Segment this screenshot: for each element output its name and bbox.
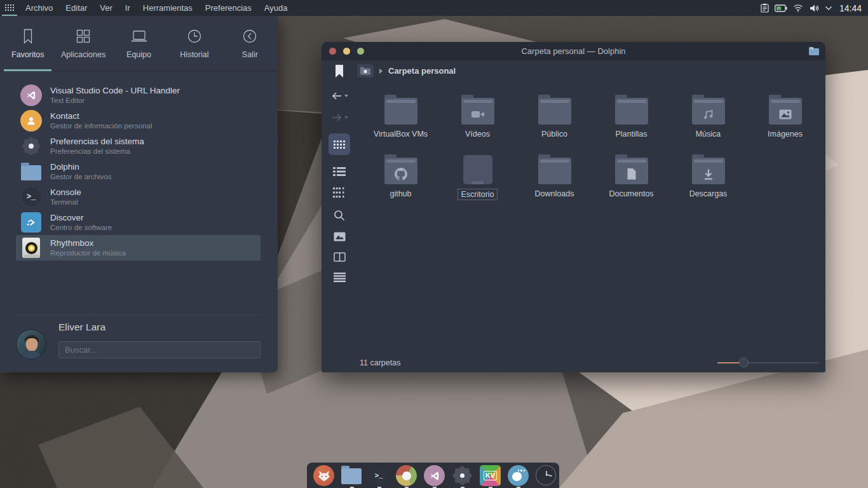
folder-icon xyxy=(769,98,802,125)
dock-clock[interactable] xyxy=(536,465,556,488)
app-description: Gestor de archivos xyxy=(50,172,112,181)
forward-history-caret-icon[interactable] xyxy=(344,116,348,119)
icons-view-button[interactable] xyxy=(329,133,350,155)
folder-label: Imágenes xyxy=(765,129,805,139)
app-item-discover[interactable]: Discover Centro de software xyxy=(16,210,261,235)
app-item-konsole[interactable]: >_ Konsole Terminal xyxy=(16,184,261,210)
folder-musica[interactable]: Música xyxy=(670,88,747,147)
bookmark-icon[interactable] xyxy=(335,65,344,78)
folder-github[interactable]: github xyxy=(362,147,439,207)
folder-icon xyxy=(615,158,648,184)
folder-videos[interactable]: Vídeos xyxy=(439,88,516,147)
folder-label: Música xyxy=(693,129,724,139)
tab-historial[interactable]: Historial xyxy=(166,16,222,71)
menu-preferencias[interactable]: Preferencias xyxy=(199,0,258,16)
user-name: Eliver Lara xyxy=(58,322,105,333)
menu-hamburger-button[interactable] xyxy=(334,273,346,282)
folder-grid: VirtualBox VMs Vídeos Público Plantillas… xyxy=(357,81,822,353)
details-view-button[interactable] xyxy=(333,187,346,198)
dock-kvantum[interactable]: KV xyxy=(480,465,501,488)
menu-ver[interactable]: Ver xyxy=(93,0,119,16)
tab-favoritos[interactable]: Favoritos xyxy=(0,16,55,71)
search-input[interactable] xyxy=(58,341,261,358)
folder-descargas[interactable]: Descargas xyxy=(670,147,747,207)
battery-icon[interactable] xyxy=(775,4,787,12)
bookmark-slot xyxy=(322,65,357,78)
menu-ir[interactable]: Ir xyxy=(119,0,137,16)
folder-icon xyxy=(692,98,725,125)
dock-dolphin[interactable] xyxy=(341,465,362,488)
dock-vscode[interactable] xyxy=(424,465,445,488)
app-item-vscode[interactable]: Visual Studio Code - URL Handler Text Ed… xyxy=(16,83,261,108)
falkon-icon xyxy=(508,465,529,486)
kontact-icon xyxy=(20,110,42,132)
tab-equipo[interactable]: Equipo xyxy=(111,16,166,71)
tab-aplicaciones[interactable]: Aplicaciones xyxy=(55,16,111,71)
forward-button[interactable] xyxy=(331,113,348,122)
list-view-button[interactable] xyxy=(333,166,346,177)
app-launcher-button[interactable] xyxy=(0,0,19,16)
folder-documentos[interactable]: Documentos xyxy=(593,147,670,207)
folder-count-status: 11 carpetas xyxy=(360,358,400,367)
folder-plantillas[interactable]: Plantillas xyxy=(593,88,670,147)
vscode-icon xyxy=(20,85,42,106)
folder-label: Vídeos xyxy=(463,129,492,139)
tab-label: Aplicaciones xyxy=(61,50,105,59)
forward-arrow-icon xyxy=(331,113,342,122)
desktop-icon xyxy=(463,155,492,184)
chromium-icon xyxy=(396,465,417,486)
folder-label: VirtualBox VMs xyxy=(371,129,430,139)
tab-salir[interactable]: Salir xyxy=(222,16,278,71)
volume-icon[interactable] xyxy=(809,4,819,13)
folder-downloads[interactable]: Downloads xyxy=(516,147,593,207)
close-button[interactable] xyxy=(329,48,336,55)
window-titlebar[interactable]: Carpeta personal — Dolphin xyxy=(322,42,825,60)
minimize-button[interactable] xyxy=(343,48,350,55)
user-avatar[interactable] xyxy=(16,329,46,360)
tab-label: Equipo xyxy=(126,50,151,59)
firefox-icon xyxy=(313,465,334,486)
app-item-dolphin[interactable]: Dolphin Gestor de archivos xyxy=(16,159,261,184)
search-button[interactable] xyxy=(334,210,345,221)
folder-escritorio[interactable]: Escritorio xyxy=(439,147,516,207)
menu-ayuda[interactable]: Ayuda xyxy=(258,0,294,16)
folder-publico[interactable]: Público xyxy=(516,88,593,147)
dock-system-settings[interactable] xyxy=(452,465,473,488)
menu-herramientas[interactable]: Herramientas xyxy=(137,0,199,16)
dolphin-window: Carpeta personal — Dolphin Carpeta perso… xyxy=(322,42,825,372)
dock-chromium[interactable] xyxy=(396,465,417,488)
icon-zoom-slider[interactable] xyxy=(717,358,819,367)
app-item-system-settings[interactable]: Preferencias del sistema Preferencias de… xyxy=(16,133,261,159)
back-button[interactable] xyxy=(331,92,348,100)
tab-label: Favoritos xyxy=(11,50,44,59)
dock-firefox[interactable] xyxy=(313,465,334,488)
breadcrumb-current-folder[interactable]: Carpeta personal xyxy=(388,66,456,76)
folder-virtualbox-vms[interactable]: VirtualBox VMs xyxy=(362,88,439,147)
folder-imagenes[interactable]: Imágenes xyxy=(747,88,824,147)
maximize-button[interactable] xyxy=(357,48,364,55)
wifi-icon[interactable] xyxy=(793,4,803,12)
app-name: Discover xyxy=(50,213,112,223)
folder-icon xyxy=(615,98,648,125)
preview-button[interactable] xyxy=(334,232,346,241)
back-arrow-icon xyxy=(331,92,342,100)
clipboard-icon[interactable] xyxy=(761,3,769,13)
system-tray: 14:44 xyxy=(761,3,868,13)
menu-editar[interactable]: Editar xyxy=(59,0,93,16)
app-item-rhythmbox[interactable]: Rhythmbox Reproductor de música xyxy=(16,235,261,261)
github-icon xyxy=(384,164,417,184)
app-item-kontact[interactable]: Kontact Gestor de información personal xyxy=(16,108,261,133)
split-view-button[interactable] xyxy=(334,252,346,262)
menu-archivo[interactable]: Archivo xyxy=(19,0,59,16)
folder-label: Público xyxy=(539,129,570,139)
dock-konsole[interactable]: >_ xyxy=(369,465,389,488)
folder-label: github xyxy=(387,189,414,199)
breadcrumb-home-button[interactable] xyxy=(357,64,374,78)
back-history-caret-icon[interactable] xyxy=(344,95,348,97)
app-name: Kontact xyxy=(50,111,152,121)
chevron-down-icon[interactable] xyxy=(825,6,832,11)
dock-falkon[interactable] xyxy=(508,465,529,488)
slider-handle[interactable] xyxy=(739,358,749,367)
folder-label: Descargas xyxy=(687,189,730,199)
app-description: Preferencias del sistema xyxy=(50,147,144,156)
